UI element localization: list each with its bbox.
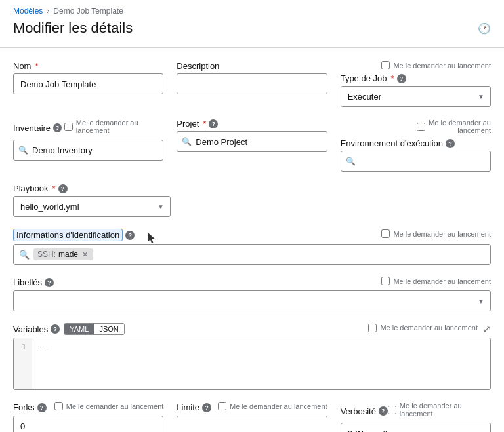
group-limite: Limite ? Me le demander au lancement [177,402,327,432]
label-playbook: Playbook * ? [13,184,171,193]
inventaire-info-icon[interactable]: ? [53,123,62,132]
label-forks: Forks ? [13,403,47,412]
breadcrumb: Modèles › Demo Job Template [0,0,504,17]
breadcrumb-current: Demo Job Template [53,7,123,16]
row-variables: Variables ? YAML JSON Me le demander au … [13,323,491,390]
limite-checkbox[interactable] [218,402,226,410]
inventaire-ask-label[interactable]: Me le demander au lancement [64,119,164,134]
label-nom: Nom * [13,61,163,71]
row-forks-limite-verbosite: Forks ? Me le demander au lancement Limi… [13,402,491,432]
credentials-info-icon[interactable]: ? [125,231,135,240]
inventaire-input[interactable] [13,140,163,161]
credentials-checkbox[interactable] [381,229,390,238]
breadcrumb-separator: › [47,7,49,16]
projet-info-icon[interactable]: ? [209,119,218,128]
group-libelles: Libellés ? Me le demander au lancement [13,277,491,311]
label-limite: Limite ? [177,403,211,412]
variables-info-icon[interactable]: ? [51,324,60,334]
limite-info-icon[interactable]: ? [202,403,211,412]
input-description[interactable] [177,73,327,94]
env-checkbox[interactable] [417,123,425,131]
row-playbook: Playbook * ? hello_world.yml [13,184,491,217]
inventaire-input-wrapper: 🔍 [13,140,163,161]
variables-ask-label[interactable]: Me le demander au lancement [368,324,478,332]
code-editor: 1 --- [13,338,491,390]
input-nom[interactable] [13,73,163,94]
group-inventaire: Inventaire ? Me le demander au lancement… [13,119,163,161]
verbosite-info-icon[interactable]: ? [379,406,388,416]
projet-input-wrapper: 🔍 [177,131,327,152]
credentials-field[interactable]: 🔍 SSH: made ✕ [13,244,491,265]
group-description: Description [177,61,327,94]
page-title: Modifier les détails [13,20,133,37]
projet-input[interactable] [177,131,327,152]
env-input-wrapper: 🔍 [341,151,491,172]
libelles-checkbox[interactable] [381,277,390,285]
code-content[interactable]: --- [32,338,490,389]
label-libelles: Libellés ? [13,277,54,287]
libelles-select-wrapper [13,290,491,311]
libelles-select[interactable] [13,290,491,311]
json-button[interactable]: JSON [94,324,123,334]
env-info-icon[interactable]: ? [446,139,455,148]
type-job-select[interactable]: Exécuter [341,86,491,107]
env-input[interactable] [341,151,491,172]
code-gutter: 1 [14,338,32,389]
variables-mode-group: YAML JSON [64,323,124,335]
row-inventaire-projet-env: Inventaire ? Me le demander au lancement… [13,119,491,172]
env-ask-label[interactable]: Me le demander aulancement [417,119,491,134]
label-description: Description [177,61,327,71]
forks-ask-label[interactable]: Me le demander au lancement [54,402,164,410]
type-job-select-wrapper: Exécuter [341,86,491,107]
credentials-ask-label[interactable]: Me le demander au lancement [381,229,491,238]
playbook-info-icon[interactable]: ? [58,184,68,193]
page-header: Modifier les détails 🕐 [0,17,504,48]
verbosite-select[interactable]: 0 (Normal) [341,423,491,432]
group-forks: Forks ? Me le demander au lancement [13,402,163,432]
history-icon[interactable]: 🕐 [478,22,491,35]
type-job-ask-label[interactable]: Me le demander au lancement [381,61,491,69]
label-credentials: Informations d'identification ? [13,229,137,241]
row-credentials: Informations d'identification ? Me le de… [13,229,491,265]
verbosite-checkbox[interactable] [388,406,396,414]
variables-label-left: Variables ? YAML JSON [13,323,125,335]
group-credentials: Informations d'identification ? Me le de… [13,229,491,265]
label-inventaire: Inventaire ? Me le demander au lancement [13,119,163,137]
group-nom: Nom * [13,61,163,94]
type-job-info-icon[interactable]: ? [397,74,406,83]
group-env-execution: Me le demander aulancement Environnement… [341,119,491,172]
playbook-select-wrapper: hello_world.yml [13,196,171,217]
forks-info-icon[interactable]: ? [37,403,47,412]
verbosite-select-wrapper: 0 (Normal) [341,423,491,432]
variables-label-row: Variables ? YAML JSON Me le demander au … [13,323,491,335]
forks-checkbox[interactable] [54,402,63,410]
group-type-de-job: Me le demander au lancement Type de Job … [341,61,491,107]
label-variables: Variables ? [13,324,60,334]
forks-input[interactable] [13,416,163,432]
group-playbook: Playbook * ? hello_world.yml [13,184,171,217]
type-job-checkbox[interactable] [381,61,390,69]
row-nom-description-type: Nom * Description Me le demander au lanc… [13,61,491,107]
label-verbosite: Verbosité ? [341,406,388,416]
credential-remove-button[interactable]: ✕ [81,250,89,259]
label-projet: Projet * ? [177,119,327,128]
limite-input[interactable] [177,416,327,432]
breadcrumb-parent[interactable]: Modèles [13,7,43,16]
variables-checkbox[interactable] [368,324,377,332]
libelles-info-icon[interactable]: ? [45,278,54,287]
variables-label-right: Me le demander au lancement ⤢ [368,324,491,335]
yaml-button[interactable]: YAML [64,324,94,334]
playbook-select[interactable]: hello_world.yml [13,196,171,217]
verbosite-ask-label[interactable]: Me le demander au lancement [388,402,491,418]
inventaire-checkbox[interactable] [64,123,73,131]
label-type-de-job: Type de Job * ? [341,73,491,83]
group-verbosite: Verbosité ? Me le demander au lancement … [341,402,491,432]
label-env-execution: Environnement d'exécution ? [341,138,491,148]
libelles-ask-label[interactable]: Me le demander au lancement [381,277,491,285]
limite-ask-label[interactable]: Me le demander au lancement [218,402,327,410]
group-projet: Projet * ? 🔍 [177,119,327,152]
credential-tag-ssh: SSH: made ✕ [33,248,93,260]
type-job-checkbox-row: Me le demander au lancement [341,61,491,72]
credentials-search-icon: 🔍 [19,250,30,260]
expand-icon[interactable]: ⤢ [483,324,491,334]
